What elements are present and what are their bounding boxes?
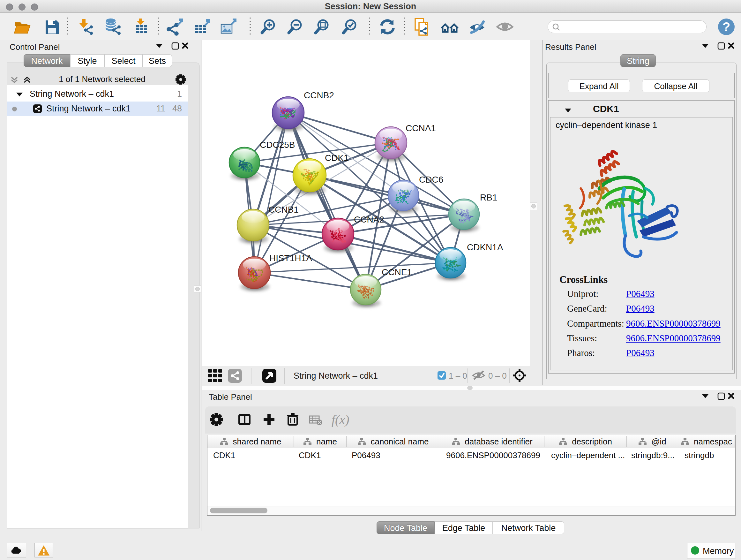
svg-text:CDC25B: CDC25B [260,140,295,150]
svg-text:CDKN1A: CDKN1A [467,242,503,252]
svg-text:CCNB2: CCNB2 [304,90,334,100]
svg-text:1 – 0: 1 – 0 [449,371,467,381]
svg-text:CCNA2: CCNA2 [354,214,384,225]
svg-text:CDK1: CDK1 [325,153,349,163]
svg-text:String Network – cdk1: String Network – cdk1 [293,371,378,381]
svg-text:HIST1H1A: HIST1H1A [269,253,312,263]
svg-text:0 – 0: 0 – 0 [488,371,507,381]
svg-text:f(x): f(x) [332,413,349,427]
svg-text:?: ? [723,20,730,34]
svg-text:CCNA1: CCNA1 [406,123,436,133]
svg-text:RB1: RB1 [480,192,497,202]
svg-text:CCNB1: CCNB1 [268,205,299,214]
svg-text:CCNE1: CCNE1 [382,267,412,277]
svg-text:CDC6: CDC6 [419,175,443,185]
